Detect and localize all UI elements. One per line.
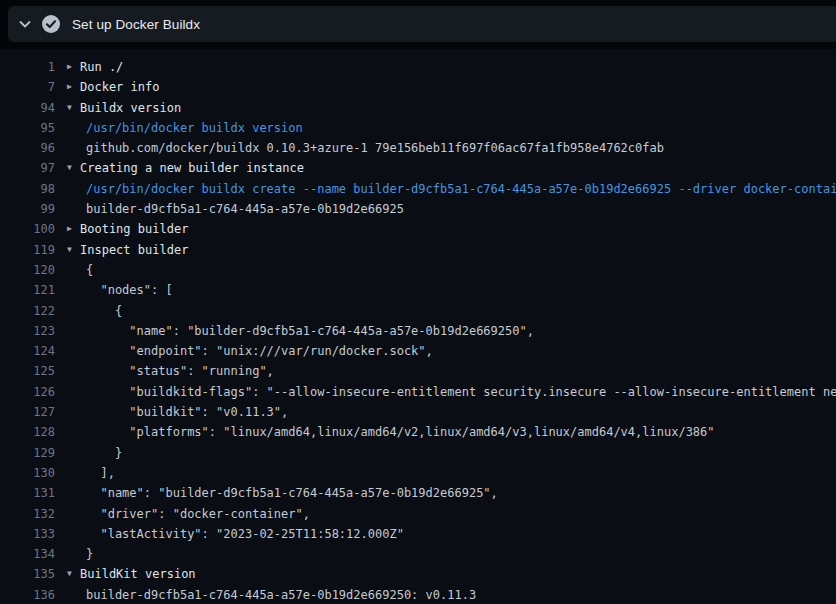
group-toggle-icon[interactable]: ▼ <box>55 158 80 178</box>
line-number[interactable]: 132 <box>0 504 55 524</box>
group-toggle-icon[interactable]: ▶ <box>55 219 80 239</box>
line-number[interactable]: 122 <box>0 301 55 321</box>
log-line: 95 /usr/bin/docker buildx version <box>0 118 836 138</box>
group-toggle-icon <box>55 402 86 422</box>
log-line: 133 "lastActivity": "2023-02-25T11:58:12… <box>0 524 836 544</box>
line-text: ], <box>86 463 115 483</box>
line-number[interactable]: 121 <box>0 280 55 300</box>
check-circle-icon <box>42 15 60 33</box>
line-number[interactable]: 120 <box>0 260 55 280</box>
line-text: /usr/bin/docker buildx version <box>86 118 303 138</box>
group-toggle-icon <box>55 483 86 503</box>
line-number[interactable]: 98 <box>0 179 55 199</box>
log-line: 132 "driver": "docker-container", <box>0 504 836 524</box>
line-text: builder-d9cfb5a1-c764-445a-a57e-0b19d2e6… <box>86 585 476 604</box>
line-number[interactable]: 125 <box>0 361 55 381</box>
line-number[interactable]: 96 <box>0 138 55 158</box>
log-line[interactable]: 135 ▼ BuildKit version <box>0 564 836 584</box>
group-toggle-icon <box>55 138 86 158</box>
log-line: 127 "buildkit": "v0.11.3", <box>0 402 836 422</box>
line-number[interactable]: 136 <box>0 585 55 604</box>
line-number[interactable]: 131 <box>0 483 55 503</box>
line-text: "driver": "docker-container", <box>86 504 310 524</box>
line-text: } <box>86 443 122 463</box>
line-text: builder-d9cfb5a1-c764-445a-a57e-0b19d2e6… <box>86 199 404 219</box>
line-number[interactable]: 97 <box>0 158 55 178</box>
header-strip: Set up Docker Buildx <box>0 0 836 49</box>
line-text: Inspect builder <box>80 240 188 260</box>
line-number[interactable]: 7 <box>0 77 55 97</box>
chevron-down-icon[interactable] <box>17 16 33 32</box>
log-line: 123 "name": "builder-d9cfb5a1-c764-445a-… <box>0 321 836 341</box>
group-toggle-icon <box>55 301 86 321</box>
line-text: "lastActivity": "2023-02-25T11:58:12.000… <box>86 524 404 544</box>
log-line: 124 "endpoint": "unix:///var/run/docker.… <box>0 341 836 361</box>
log-line[interactable]: 97 ▼ Creating a new builder instance <box>0 158 836 178</box>
line-number[interactable]: 134 <box>0 544 55 564</box>
line-number[interactable]: 133 <box>0 524 55 544</box>
step-title: Set up Docker Buildx <box>72 17 200 32</box>
line-text: "platforms": "linux/amd64,linux/amd64/v2… <box>86 422 715 442</box>
group-toggle-icon <box>55 524 86 544</box>
line-text: Docker info <box>80 77 159 97</box>
log-line: 121 "nodes": [ <box>0 280 836 300</box>
log-line: 96 github.com/docker/buildx 0.10.3+azure… <box>0 138 836 158</box>
log-line[interactable]: 94 ▼ Buildx version <box>0 98 836 118</box>
line-text: /usr/bin/docker buildx create --name bui… <box>86 179 836 199</box>
log-line[interactable]: 119 ▼ Inspect builder <box>0 240 836 260</box>
step-header[interactable]: Set up Docker Buildx <box>8 6 836 42</box>
group-toggle-icon[interactable]: ▼ <box>55 564 80 584</box>
line-number[interactable]: 124 <box>0 341 55 361</box>
group-toggle-icon <box>55 118 86 138</box>
log-line: 129 } <box>0 443 836 463</box>
line-text: BuildKit version <box>80 564 196 584</box>
group-toggle-icon <box>55 341 86 361</box>
line-number[interactable]: 1 <box>0 57 55 77</box>
log-line: 120 { <box>0 260 836 280</box>
log-line[interactable]: 1 ▶ Run ./ <box>0 57 836 77</box>
line-number[interactable]: 94 <box>0 98 55 118</box>
line-text: Creating a new builder instance <box>80 158 304 178</box>
log-line: 131 "name": "builder-d9cfb5a1-c764-445a-… <box>0 483 836 503</box>
group-toggle-icon <box>55 382 86 402</box>
line-number[interactable]: 135 <box>0 564 55 584</box>
line-number[interactable]: 126 <box>0 382 55 402</box>
log-line: 130 ], <box>0 463 836 483</box>
group-toggle-icon <box>55 199 86 219</box>
line-number[interactable]: 128 <box>0 422 55 442</box>
group-toggle-icon[interactable]: ▼ <box>55 240 80 260</box>
line-text: "status": "running", <box>86 361 274 381</box>
line-number[interactable]: 123 <box>0 321 55 341</box>
line-text: } <box>86 544 93 564</box>
group-toggle-icon[interactable]: ▶ <box>55 77 80 97</box>
log-line: 99 builder-d9cfb5a1-c764-445a-a57e-0b19d… <box>0 199 836 219</box>
line-number[interactable]: 100 <box>0 219 55 239</box>
log-line: 122 { <box>0 301 836 321</box>
group-toggle-icon[interactable]: ▼ <box>55 98 80 118</box>
group-toggle-icon <box>55 280 86 300</box>
line-text: "buildkitd-flags": "--allow-insecure-ent… <box>86 382 836 402</box>
log-line[interactable]: 7 ▶ Docker info <box>0 77 836 97</box>
line-text: "endpoint": "unix:///var/run/docker.sock… <box>86 341 433 361</box>
line-number[interactable]: 130 <box>0 463 55 483</box>
group-toggle-icon <box>55 585 86 604</box>
log-line[interactable]: 100 ▶ Booting builder <box>0 219 836 239</box>
line-number[interactable]: 127 <box>0 402 55 422</box>
line-number[interactable]: 99 <box>0 199 55 219</box>
line-number[interactable]: 95 <box>0 118 55 138</box>
log-lines: 1 ▶ Run ./ 7 ▶ Docker info 94 ▼ Buildx v… <box>0 57 836 604</box>
line-text: "name": "builder-d9cfb5a1-c764-445a-a57e… <box>86 483 498 503</box>
group-toggle-icon <box>55 179 86 199</box>
group-toggle-icon <box>55 463 86 483</box>
log-line: 128 "platforms": "linux/amd64,linux/amd6… <box>0 422 836 442</box>
line-number[interactable]: 129 <box>0 443 55 463</box>
group-toggle-icon <box>55 260 86 280</box>
group-toggle-icon <box>55 443 86 463</box>
line-number[interactable]: 119 <box>0 240 55 260</box>
group-toggle-icon[interactable]: ▶ <box>55 57 80 77</box>
line-text: "buildkit": "v0.11.3", <box>86 402 288 422</box>
log-line: 136 builder-d9cfb5a1-c764-445a-a57e-0b19… <box>0 585 836 604</box>
line-text: "name": "builder-d9cfb5a1-c764-445a-a57e… <box>86 321 534 341</box>
log-line: 125 "status": "running", <box>0 361 836 381</box>
log-line: 126 "buildkitd-flags": "--allow-insecure… <box>0 382 836 402</box>
